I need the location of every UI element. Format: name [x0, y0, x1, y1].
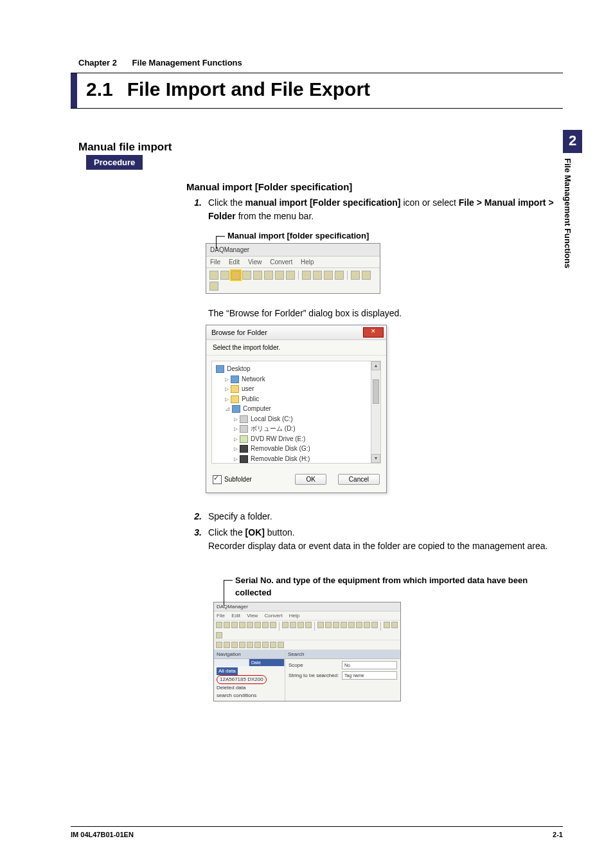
scroll-down-icon[interactable]: ▾	[371, 454, 380, 463]
toolbar-icon[interactable]	[371, 622, 378, 628]
toolbar-icon[interactable]	[262, 622, 269, 628]
toolbar-icon[interactable]	[254, 622, 261, 628]
tree-h[interactable]: Removable Disk (H:)	[251, 455, 310, 462]
t: icon or select	[403, 197, 458, 208]
scope-label: Scope	[289, 662, 340, 668]
toolbar-icon[interactable]	[356, 622, 362, 628]
ok-button[interactable]: OK	[295, 474, 326, 485]
toolbar-icon[interactable]	[362, 271, 371, 280]
step-3: 3. Click the [OK] button. Recorder displ…	[186, 526, 563, 553]
toolbar-icon[interactable]	[324, 271, 333, 280]
close-icon[interactable]: ✕	[363, 327, 384, 338]
menu-edit[interactable]: Edit	[231, 613, 240, 619]
toolbar-icon[interactable]	[341, 622, 347, 628]
toolbar-icon[interactable]	[290, 622, 296, 628]
nav-serial-item[interactable]: 12A567185 DX200	[217, 675, 267, 684]
toolbar-icon[interactable]	[216, 642, 222, 648]
window-title: DAQManager	[214, 602, 400, 611]
toolbar-icon[interactable]	[364, 622, 370, 628]
toolbar-icon[interactable]	[239, 642, 245, 648]
toolbar-icon[interactable]	[216, 632, 222, 638]
tree-user[interactable]: user	[242, 385, 254, 392]
t-bold: [OK]	[245, 527, 265, 538]
toolbar-icon[interactable]	[231, 622, 238, 628]
toolbar-icon[interactable]	[242, 271, 251, 280]
callout-manual-import: Manual import [folder specification]	[216, 231, 563, 240]
tab-date[interactable]: Date	[249, 659, 285, 666]
scroll-thumb[interactable]	[373, 379, 379, 404]
tree-d[interactable]: ボリューム (D:)	[251, 425, 295, 432]
toolbar-icon[interactable]	[216, 622, 222, 628]
title-accent-bar	[71, 73, 77, 108]
toolbar-icon[interactable]	[335, 271, 344, 280]
toolbar-secondary	[214, 640, 400, 650]
menu-edit[interactable]: Edit	[229, 258, 240, 266]
toolbar-icon[interactable]	[348, 622, 355, 628]
tree-desktop[interactable]: Desktop	[227, 365, 251, 372]
toolbar-icon[interactable]	[391, 622, 398, 628]
toolbar-icon[interactable]	[264, 271, 273, 280]
toolbar-icon[interactable]	[282, 622, 289, 628]
nav-tree[interactable]: All data 12A567185 DX200 Deleted data se…	[214, 666, 285, 701]
toolbar-icon[interactable]	[298, 622, 304, 628]
toolbar-icon[interactable]	[313, 271, 322, 280]
toolbar-icon[interactable]	[278, 642, 284, 648]
tree-e[interactable]: DVD RW Drive (E:)	[251, 435, 305, 442]
toolbar-icon[interactable]	[384, 622, 390, 628]
toolbar-icon[interactable]	[286, 271, 295, 280]
cancel-button[interactable]: Cancel	[338, 474, 380, 485]
toolbar-icon[interactable]	[209, 271, 218, 280]
tree-public[interactable]: Public	[242, 395, 259, 402]
menu-convert[interactable]: Convert	[265, 613, 283, 619]
tree-c[interactable]: Local Disk (C:)	[251, 415, 293, 422]
tree-computer[interactable]: Computer	[243, 405, 271, 412]
toolbar-icon[interactable]	[325, 622, 332, 628]
menu-help[interactable]: Help	[289, 613, 299, 619]
menu-view[interactable]: View	[247, 613, 258, 619]
toolbar-icon[interactable]	[253, 271, 262, 280]
scrollbar[interactable]: ▴ ▾	[371, 361, 380, 463]
toolbar-icon[interactable]	[220, 271, 229, 280]
toolbar-icon[interactable]	[224, 622, 230, 628]
page-title: File Import and File Export	[127, 73, 370, 108]
toolbar-icon[interactable]	[247, 642, 253, 648]
nav-all-data[interactable]: All data	[217, 667, 238, 675]
subfolder-checkbox[interactable]: Subfolder	[213, 475, 252, 484]
nav-search-cond[interactable]: search conditions	[217, 692, 256, 698]
toolbar-icon[interactable]	[333, 622, 339, 628]
toolbar-icon[interactable]	[302, 271, 311, 280]
menubar[interactable]: File Edit View Convert Help	[206, 257, 380, 268]
toolbar-icon[interactable]	[275, 271, 284, 280]
menu-view[interactable]: View	[248, 258, 262, 266]
tree-g[interactable]: Removable Disk (G:)	[251, 445, 310, 452]
folder-tree[interactable]: Desktop ▷Network ▷user ▷Public ⊿Computer…	[211, 361, 381, 464]
toolbar-icon[interactable]	[351, 271, 360, 280]
toolbar-icon[interactable]	[270, 622, 276, 628]
toolbar-icon[interactable]	[262, 642, 269, 648]
search-string-select[interactable]: Tag name	[342, 671, 397, 680]
menu-file[interactable]: File	[217, 613, 225, 619]
tab[interactable]	[214, 659, 249, 666]
screenshot-app-navigation: DAQManager File Edit View Convert Help	[213, 602, 401, 701]
nav-deleted[interactable]: Deleted data	[217, 685, 245, 691]
toolbar-icon[interactable]	[254, 642, 261, 648]
toolbar-icon[interactable]	[317, 622, 324, 628]
scope-select[interactable]: No	[342, 661, 397, 669]
toolbar-icon[interactable]	[270, 642, 276, 648]
menu-help[interactable]: Help	[301, 258, 314, 266]
tree-network[interactable]: Network	[242, 375, 265, 383]
toolbar-icon[interactable]	[231, 642, 238, 648]
dialog-title: Browse for Folder ✕	[206, 325, 386, 340]
menu-convert[interactable]: Convert	[270, 258, 292, 266]
toolbar-icon[interactable]	[247, 622, 253, 628]
menubar[interactable]: File Edit View Convert Help	[214, 611, 400, 620]
toolbar-icon[interactable]	[239, 622, 245, 628]
window-title: DAQManager	[206, 244, 380, 257]
manual-import-folder-icon[interactable]	[231, 271, 240, 280]
menu-file[interactable]: File	[210, 258, 220, 266]
scroll-up-icon[interactable]: ▴	[371, 361, 380, 370]
toolbar-icon[interactable]	[224, 642, 230, 648]
toolbar-icon[interactable]	[305, 622, 312, 628]
section-number: 2.1	[77, 73, 127, 108]
toolbar-icon[interactable]	[209, 282, 218, 291]
